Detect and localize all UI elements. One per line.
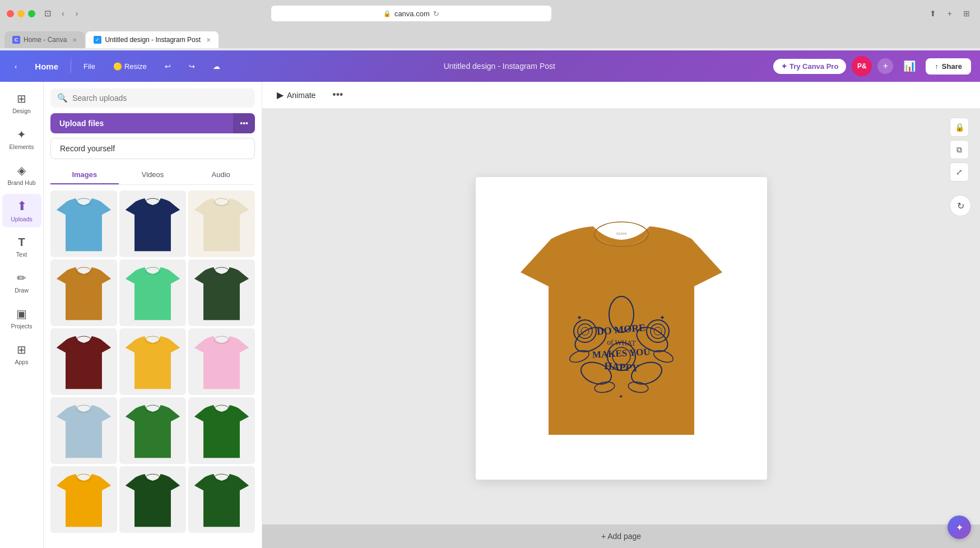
videos-tab-label: Videos xyxy=(142,170,164,179)
sidebar-item-brand-hub[interactable]: ◈ Brand Hub xyxy=(2,158,41,192)
duplicate-btn[interactable]: ⧉ xyxy=(950,140,969,159)
maximize-window-btn[interactable] xyxy=(28,10,35,17)
stats-btn[interactable]: 📊 xyxy=(899,58,920,75)
upload-files-btn[interactable]: Upload files xyxy=(50,113,233,133)
svg-point-8 xyxy=(215,336,229,343)
svg-point-0 xyxy=(77,198,91,206)
nav-back-btn[interactable]: ‹ xyxy=(58,7,68,20)
add-page-bar[interactable]: + Add page xyxy=(262,524,980,548)
svg-point-5 xyxy=(215,267,229,275)
sidebar-item-uploads[interactable]: ⬆ Uploads xyxy=(2,194,41,227)
search-bar: 🔍 xyxy=(50,89,255,108)
tab-close-design[interactable]: ✕ xyxy=(206,37,211,43)
grid-item-tshirt[interactable] xyxy=(119,397,186,464)
sidebar-item-apps[interactable]: ⊞ Apps xyxy=(2,337,41,371)
sidebar-item-draw[interactable]: ✏ Draw xyxy=(2,266,41,299)
home-back-btn[interactable]: ‹ xyxy=(9,59,22,74)
magic-icon: ✦ xyxy=(956,522,963,533)
reload-icon[interactable]: ↻ xyxy=(433,10,439,18)
animate-icon: ▶ xyxy=(277,90,284,100)
close-window-btn[interactable] xyxy=(7,10,14,17)
grid-item-tshirt[interactable] xyxy=(119,466,186,533)
ellipsis-icon: ••• xyxy=(240,119,248,128)
resize-btn[interactable]: 🟡 Resize xyxy=(108,59,152,74)
svg-point-6 xyxy=(77,336,91,343)
grid-item-tshirt[interactable] xyxy=(119,328,186,395)
extensions-btn[interactable]: ⊞ xyxy=(960,7,973,20)
try-pro-label: Try Canva Pro xyxy=(789,62,838,71)
upload-more-options-btn[interactable]: ••• xyxy=(233,113,255,133)
tab-home-canva[interactable]: C Home - Canva ✕ xyxy=(4,31,85,48)
share-btn[interactable]: ↑ Share xyxy=(926,58,971,75)
expand-btn[interactable]: ⤢ xyxy=(950,162,969,182)
tab-favicon-home: C xyxy=(12,36,20,44)
upload-btn-wrapper: Upload files ••• xyxy=(50,113,255,133)
tab-images[interactable]: Images xyxy=(50,166,119,184)
sidebar-item-projects[interactable]: ▣ Projects xyxy=(2,301,41,335)
add-collaborator-btn[interactable]: + xyxy=(877,58,893,74)
svg-point-10 xyxy=(146,405,160,412)
refresh-btn[interactable]: ↻ xyxy=(950,195,971,216)
svg-point-14 xyxy=(215,474,229,481)
avatar-btn[interactable]: P& xyxy=(852,56,872,76)
nav-forward-btn[interactable]: › xyxy=(72,7,82,20)
grid-item-tshirt[interactable] xyxy=(188,397,255,464)
grid-item-tshirt[interactable] xyxy=(188,466,255,533)
design-canvas[interactable]: .shirt-body { fill: #c17f24; } GILDAN xyxy=(476,177,767,480)
uploads-label: Uploads xyxy=(11,216,32,222)
tab-audio[interactable]: Audio xyxy=(187,166,255,184)
save-btn[interactable]: ☁ xyxy=(207,59,226,74)
images-tab-label: Images xyxy=(72,170,97,179)
grid-item-tshirt[interactable] xyxy=(188,259,255,326)
grid-item-tshirt[interactable] xyxy=(188,191,255,257)
tab-design[interactable]: ✓ Untitled design - Instagram Post ✕ xyxy=(86,31,219,48)
more-options-btn[interactable]: ••• xyxy=(328,87,347,103)
top-toolbar: ‹ Home File 🟡 Resize ↩ ↪ ☁ Untitled desi… xyxy=(0,50,980,82)
sidebar-toggle-btn[interactable]: ⊡ xyxy=(44,8,52,18)
lock-btn[interactable]: 🔒 xyxy=(950,118,969,137)
grid-item-tshirt[interactable] xyxy=(50,191,117,257)
share-arrow-icon: ↑ xyxy=(935,62,939,71)
sidebar-item-elements[interactable]: ✦ Elements xyxy=(2,122,41,156)
grid-item-tshirt[interactable] xyxy=(50,466,117,533)
resize-icon: 🟡 xyxy=(113,62,122,71)
svg-point-9 xyxy=(77,405,91,412)
grid-item-tshirt[interactable] xyxy=(188,328,255,395)
minimize-window-btn[interactable] xyxy=(17,10,25,17)
file-menu-btn[interactable]: File xyxy=(78,59,101,74)
share-page-btn[interactable]: ⬆ xyxy=(926,7,940,20)
tab-close-home[interactable]: ✕ xyxy=(72,37,77,43)
grid-item-tshirt[interactable] xyxy=(119,259,186,326)
image-grid xyxy=(50,191,255,533)
new-tab-btn[interactable]: + xyxy=(944,7,955,20)
design-icon: ⊞ xyxy=(17,92,26,105)
home-btn[interactable]: Home xyxy=(29,58,64,75)
uploads-icon: ⬆ xyxy=(17,199,27,213)
grid-item-tshirt[interactable] xyxy=(50,259,117,326)
share-label: Share xyxy=(942,62,962,71)
tab-design-label: Untitled design - Instagram Post xyxy=(105,36,201,44)
svg-point-4 xyxy=(146,267,160,275)
sidebar-item-design[interactable]: ⊞ Design xyxy=(2,86,41,120)
grid-item-tshirt[interactable] xyxy=(119,191,186,257)
icon-sidebar: ⊞ Design ✦ Elements ◈ Brand Hub ⬆ Upload… xyxy=(0,82,44,548)
grid-item-tshirt[interactable] xyxy=(50,328,117,395)
text-icon: T xyxy=(18,236,25,249)
undo-btn[interactable]: ↩ xyxy=(159,59,177,74)
app-layout: ‹ Home File 🟡 Resize ↩ ↪ ☁ Untitled desi… xyxy=(0,50,980,548)
search-input[interactable] xyxy=(72,94,248,103)
design-title: Untitled design - Instagram Post xyxy=(444,62,555,71)
magic-tools-btn[interactable]: ✦ xyxy=(948,516,971,539)
canvas-area: ▶ Animate ••• 🔒 ⧉ ⤢ ↻ xyxy=(262,82,980,548)
grid-item-tshirt[interactable] xyxy=(50,397,117,464)
redo-btn[interactable]: ↪ xyxy=(183,59,201,74)
svg-point-12 xyxy=(77,474,91,481)
address-bar[interactable]: 🔒 canva.com ↻ xyxy=(271,6,551,21)
sidebar-item-text[interactable]: T Text xyxy=(2,230,41,263)
record-label: Record yourself xyxy=(60,144,115,153)
try-canva-pro-btn[interactable]: ✦ Try Canva Pro xyxy=(773,59,846,74)
animate-btn[interactable]: ▶ Animate xyxy=(271,86,321,104)
record-yourself-btn[interactable]: Record yourself xyxy=(50,138,255,159)
upload-panel: 🔍 Upload files ••• Record yourself Image… xyxy=(44,82,262,548)
tab-videos[interactable]: Videos xyxy=(119,166,187,184)
